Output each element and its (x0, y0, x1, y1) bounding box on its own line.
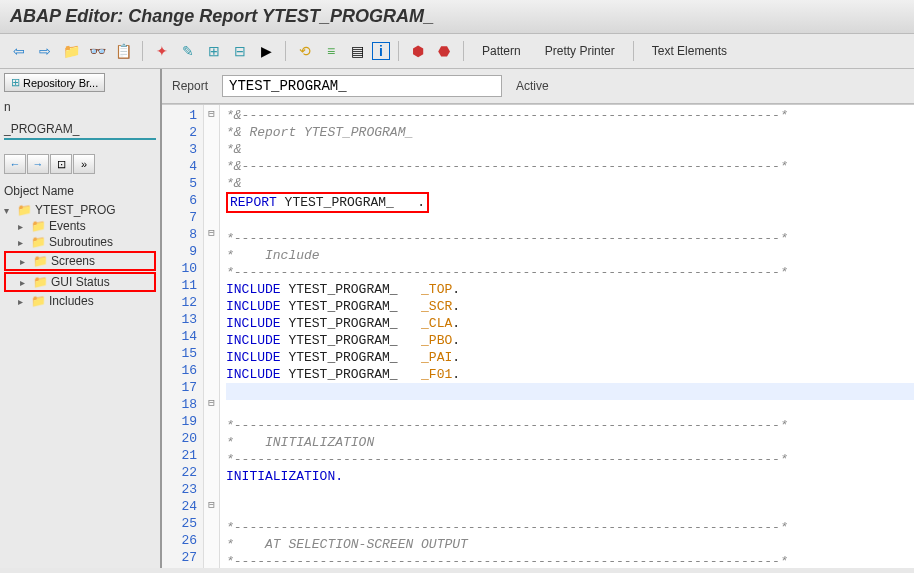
status-label: Active (516, 79, 549, 93)
expand-icon: ▸ (18, 237, 28, 248)
folder-icon: 📁 (17, 203, 32, 217)
tree-events-label: Events (49, 219, 86, 233)
nav-more-icon[interactable]: » (73, 154, 95, 174)
repo-icon: ⊞ (11, 76, 20, 89)
editor-area: Report Active 12345678910111213141516171… (162, 69, 914, 568)
tree-root[interactable]: ▾ 📁 YTEST_PROG (4, 202, 156, 218)
separator (633, 41, 634, 61)
test-icon[interactable]: ⊟ (229, 40, 251, 62)
pattern-button[interactable]: Pattern (472, 40, 531, 62)
code-line: *---------------------------------------… (226, 554, 788, 568)
object-tree: ▾ 📁 YTEST_PROG ▸ 📁 Events ▸ 📁 Subroutine… (4, 202, 156, 309)
expand-icon: ▸ (18, 221, 28, 232)
highlighted-report-line: REPORT YTEST_PROGRAM_ . (226, 192, 429, 213)
sidebar: ⊞ Repository Br... n _PROGRAM_ ← → ⊡ » O… (0, 69, 162, 568)
folder-icon: 📁 (31, 219, 46, 233)
code-line: *---------------------------------------… (226, 520, 788, 535)
main-area: ⊞ Repository Br... n _PROGRAM_ ← → ⊡ » O… (0, 69, 914, 568)
code-line: INCLUDE YTEST_PROGRAM_ _PBO. (226, 333, 460, 348)
exec-icon[interactable]: ▶ (255, 40, 277, 62)
tree-events[interactable]: ▸ 📁 Events (4, 218, 156, 234)
nav-up-icon[interactable]: ⊡ (50, 154, 72, 174)
code-line: INCLUDE YTEST_PROGRAM_ _CLA. (226, 316, 460, 331)
code-line: *& Report YTEST_PROGRAM_ (226, 125, 413, 140)
separator (398, 41, 399, 61)
find-icon[interactable]: ▤ (346, 40, 368, 62)
pretty-printer-button[interactable]: Pretty Printer (535, 40, 625, 62)
window-title: ABAP Editor: Change Report YTEST_PROGRAM… (0, 0, 914, 34)
code-line: *&--------------------------------------… (226, 108, 788, 123)
code-line: * AT SELECTION-SCREEN OUTPUT (226, 537, 468, 552)
nav-fwd-icon[interactable]: → (27, 154, 49, 174)
other-object-icon[interactable]: 📁 (60, 40, 82, 62)
expand-icon: ▾ (4, 205, 14, 216)
inactive-icon[interactable]: 📋 (112, 40, 134, 62)
code-line: INCLUDE YTEST_PROGRAM_ _TOP. (226, 282, 460, 297)
trunc-text-2: _PROGRAM_ (4, 122, 156, 140)
code-line: *---------------------------------------… (226, 265, 788, 280)
folder-icon: 📁 (31, 294, 46, 308)
code-line: *&--------------------------------------… (226, 159, 788, 174)
separator (463, 41, 464, 61)
undo-icon[interactable]: ⟲ (294, 40, 316, 62)
text-elements-button[interactable]: Text Elements (642, 40, 737, 62)
tree-subroutines[interactable]: ▸ 📁 Subroutines (4, 234, 156, 250)
tree-screens-label: Screens (51, 254, 95, 268)
code-line: *---------------------------------------… (226, 418, 788, 433)
expand-icon: ▸ (18, 296, 28, 307)
code-content[interactable]: *&--------------------------------------… (220, 105, 914, 568)
where-used-icon[interactable]: ⊞ (203, 40, 225, 62)
object-name-label: Object Name (4, 184, 156, 198)
code-line: *& (226, 142, 242, 157)
back-icon[interactable]: ⇦ (8, 40, 30, 62)
nav-row: ← → ⊡ » (4, 154, 156, 174)
separator (142, 41, 143, 61)
code-line: INCLUDE YTEST_PROGRAM_ _SCR. (226, 299, 460, 314)
folder-icon: 📁 (33, 275, 48, 289)
info-icon[interactable]: i (372, 42, 390, 60)
code-line: * INITIALIZATION (226, 435, 374, 450)
activate-icon[interactable]: ✦ (151, 40, 173, 62)
tree-gui-status-label: GUI Status (51, 275, 110, 289)
tree-root-label: YTEST_PROG (35, 203, 116, 217)
program-name-input[interactable] (222, 75, 502, 97)
folder-icon: 📁 (31, 235, 46, 249)
editor-header: Report Active (162, 69, 914, 104)
tree-gui-status[interactable]: ▸ 📁 GUI Status (6, 274, 154, 290)
breakpoint-icon[interactable]: ⬢ (407, 40, 429, 62)
check-icon[interactable]: ✎ (177, 40, 199, 62)
code-line: *---------------------------------------… (226, 231, 788, 246)
tree-includes[interactable]: ▸ 📁 Includes (4, 293, 156, 309)
expand-icon: ▸ (20, 277, 30, 288)
folder-icon: 📁 (33, 254, 48, 268)
code-line: * Include (226, 248, 320, 263)
current-line (226, 383, 914, 400)
display-toggle-icon[interactable]: 👓 (86, 40, 108, 62)
code-line: *& (226, 176, 242, 191)
fold-gutter: ⊟ ⊟ ⊟ ⊟ (204, 105, 220, 568)
tree-screens[interactable]: ▸ 📁 Screens (6, 253, 154, 269)
line-numbers: 1234567891011121314151617181920212223242… (162, 105, 204, 568)
report-label: Report (172, 79, 208, 93)
code-line: *---------------------------------------… (226, 452, 788, 467)
repository-browser-button[interactable]: ⊞ Repository Br... (4, 73, 105, 92)
separator (285, 41, 286, 61)
forward-icon[interactable]: ⇨ (34, 40, 56, 62)
tree-includes-label: Includes (49, 294, 94, 308)
main-toolbar: ⇦ ⇨ 📁 👓 📋 ✦ ✎ ⊞ ⊟ ▶ ⟲ ≡ ▤ i ⬢ ⬣ Pattern … (0, 34, 914, 69)
code-line: INITIALIZATION. (226, 469, 343, 484)
repo-label: Repository Br... (23, 77, 98, 89)
stop-icon[interactable]: ⬣ (433, 40, 455, 62)
code-editor[interactable]: 1234567891011121314151617181920212223242… (162, 104, 914, 568)
trunc-text-1: n (4, 100, 156, 114)
code-line: INCLUDE YTEST_PROGRAM_ _PAI. (226, 350, 460, 365)
code-line: INCLUDE YTEST_PROGRAM_ _F01. (226, 367, 460, 382)
redo-icon[interactable]: ≡ (320, 40, 342, 62)
expand-icon: ▸ (20, 256, 30, 267)
tree-subroutines-label: Subroutines (49, 235, 113, 249)
nav-back-icon[interactable]: ← (4, 154, 26, 174)
